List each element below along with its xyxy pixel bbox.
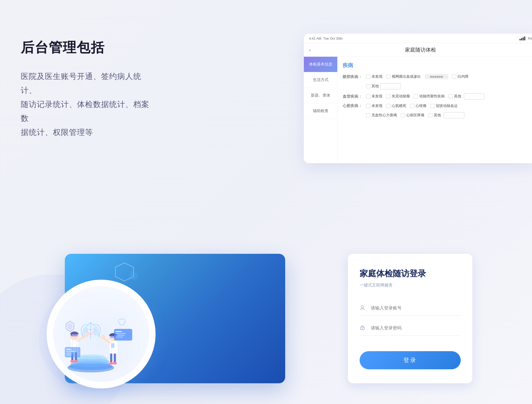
password-input-group — [360, 321, 461, 336]
svg-point-28 — [109, 362, 113, 365]
rit-label: Rit — [528, 37, 532, 40]
sidebar: 体检基本信息 生活方式 脏器、查体 辅助检查 — [304, 57, 338, 163]
vessel-checkbox-3[interactable] — [414, 94, 418, 98]
vessel-checkbox-1[interactable] — [366, 94, 370, 98]
svg-rect-34 — [114, 329, 132, 341]
eye-checkbox-1[interactable] — [366, 75, 370, 79]
heart-checkbox-5[interactable] — [366, 113, 370, 117]
status-time: 4:41 AM Tue Oct 30th — [309, 36, 342, 40]
heart-checkbox-6[interactable] — [401, 113, 405, 117]
illustration-inner — [47, 280, 156, 388]
svg-point-30 — [101, 335, 105, 339]
svg-rect-43 — [66, 355, 73, 355]
heart-checkbox-2[interactable] — [386, 104, 390, 108]
account-input-group — [360, 301, 461, 316]
eye-disease-row: 眼部疾病： 未发现 视网膜出血或渗出 ■■■■■■ — [343, 74, 532, 79]
eye-disease-label: 眼部疾病： — [343, 74, 366, 79]
vessel-disease-label: 血管疾病： — [343, 94, 366, 99]
phone-content: 体检基本信息 生活方式 脏器、查体 辅助检查 疾病 眼部疾病： 未发现 — [304, 57, 532, 163]
sidebar-item-basic[interactable]: 体检基本信息 — [304, 57, 337, 72]
login-subtitle: 一键式互联网服务 — [360, 283, 461, 288]
heart-extra-row: 充血性心力衰竭 心前区疼痛 其他 — [366, 112, 532, 118]
heart-disease-options: 未发现 心肌梗死 心绞痛 冠状动脉血运 — [366, 104, 458, 108]
vessel-checkbox-2[interactable] — [386, 94, 390, 98]
svg-point-21 — [85, 333, 89, 337]
sidebar-item-lifestyle[interactable]: 生活方式 — [304, 72, 337, 88]
eye-checkbox-3[interactable] — [452, 75, 456, 79]
description: 医院及医生账号开通、签约病人统计、 随访记录统计、体检数据统计、档案数 据统计、… — [21, 69, 156, 139]
sidebar-item-organs[interactable]: 脏器、查体 — [304, 88, 337, 103]
eye-cataract: 白内障 — [452, 74, 468, 79]
heart-other: 其他 — [428, 112, 464, 118]
eye-other-checkbox[interactable] — [366, 84, 370, 88]
svg-rect-27 — [114, 354, 116, 363]
eye-checkbox-2[interactable] — [386, 75, 390, 79]
phone-screen-title: 家庭随访体检 — [405, 46, 436, 53]
svg-rect-40 — [66, 349, 71, 350]
sidebar-item-auxiliary[interactable]: 辅助检查 — [304, 103, 337, 119]
heart-coronary: 冠状动脉血运 — [430, 104, 458, 108]
heart-disease-row: 心脏疾病： 未发现 心肌梗死 心绞痛 — [343, 103, 532, 108]
heart-pain: 心前区疼痛 — [401, 113, 424, 118]
svg-point-20 — [74, 360, 78, 363]
account-input[interactable] — [371, 306, 461, 311]
eye-not-found: 未发现 — [366, 74, 382, 79]
heart-not-found: 未发现 — [366, 104, 382, 108]
heart-checkbox-4[interactable] — [430, 104, 435, 108]
vessel-other-input[interactable] — [464, 93, 485, 99]
vessel-not-found: 未发现 — [366, 94, 382, 99]
heart-checkbox-1[interactable] — [366, 104, 370, 108]
login-form-panel: 家庭体检随访登录 一键式互联网服务 登录 — [348, 254, 472, 383]
vessel-aneurysm: 夹层动脉瘤 — [386, 94, 410, 99]
heart-failure: 充血性心力衰竭 — [366, 113, 397, 118]
left-section: 后台管理包括 医院及医生账号开通、签约病人统计、 随访记录统计、体检数据统计、档… — [21, 39, 156, 139]
svg-rect-16 — [71, 334, 72, 336]
page-container: 后台管理包括 医院及医生账号开通、签约病人统计、 随访记录统计、体检数据统计、档… — [0, 0, 532, 404]
disease-section-title: 疾病 — [343, 62, 532, 69]
vessel-other: 其他 — [449, 93, 485, 99]
login-button[interactable]: 登录 — [360, 351, 461, 369]
eye-disease-options: 未发现 视网膜出血或渗出 ■■■■■■ 白内障 — [366, 74, 468, 79]
svg-point-29 — [113, 362, 117, 365]
eye-blurred: ■■■■■■ — [425, 74, 448, 79]
account-icon — [360, 305, 367, 312]
svg-rect-1 — [129, 271, 138, 281]
back-button[interactable]: ‹ — [309, 47, 311, 53]
heart-other-input[interactable] — [444, 112, 464, 118]
svg-rect-37 — [115, 335, 124, 336]
vessel-disease-options: 未发现 夹层动脉瘤 动脉闭塞性疾病 其他 — [366, 93, 485, 99]
svg-point-10 — [76, 354, 105, 358]
svg-rect-42 — [66, 353, 73, 354]
eye-retina: 视网膜出血或渗出 — [386, 74, 421, 79]
phone-status-bar: 4:41 AM Tue Oct 30th Rit — [304, 34, 532, 43]
svg-rect-38 — [115, 337, 123, 337]
password-icon — [360, 324, 367, 332]
svg-rect-31 — [111, 343, 114, 348]
vessel-occlusion: 动脉闭塞性疾病 — [414, 94, 445, 99]
svg-rect-35 — [115, 331, 122, 332]
signal-bars — [520, 37, 525, 40]
eye-other-input[interactable] — [380, 83, 401, 89]
login-title: 家庭体检随访登录 — [360, 268, 461, 279]
phone-title-bar: ‹ 家庭随访体检 — [304, 43, 532, 57]
password-input[interactable] — [371, 326, 461, 331]
heart-infarction: 心肌梗死 — [386, 104, 406, 108]
illustration-circle — [47, 280, 156, 388]
heart-checkbox-3[interactable] — [410, 104, 414, 108]
svg-rect-41 — [66, 351, 75, 352]
main-title: 后台管理包括 — [21, 39, 156, 56]
heart-disease-label: 心脏疾病： — [343, 103, 366, 108]
vessel-disease-row: 血管疾病： 未发现 夹层动脉瘤 动脉闭塞性疾病 — [343, 93, 532, 99]
heart-checkbox-7[interactable] — [428, 113, 432, 117]
svg-point-19 — [70, 360, 74, 363]
phone-mockup: 4:41 AM Tue Oct 30th Rit ‹ 家庭随访体检 体 — [304, 34, 532, 163]
vessel-checkbox-4[interactable] — [449, 94, 453, 98]
svg-rect-26 — [110, 354, 112, 363]
svg-point-44 — [361, 306, 364, 308]
heart-extra-options: 充血性心力衰竭 心前区疼痛 其他 — [366, 112, 464, 118]
heart-angina: 心绞痛 — [410, 104, 426, 108]
status-icons: Rit — [520, 37, 532, 40]
svg-rect-36 — [115, 333, 126, 334]
phone-main-content: 疾病 眼部疾病： 未发现 视网膜出血或渗出 ■ — [338, 57, 532, 163]
svg-rect-39 — [65, 347, 80, 357]
